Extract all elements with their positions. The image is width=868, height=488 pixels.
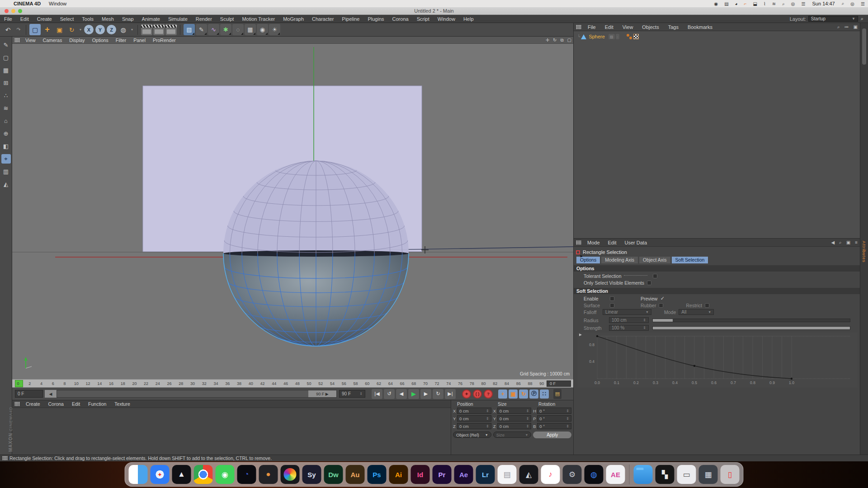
enable-checkbox[interactable] [610,296,614,301]
preview-checkbox[interactable]: ✓ [660,296,665,301]
am-back-icon[interactable]: ◀ [829,240,837,245]
app-menu-pipeline[interactable]: Pipeline [338,16,363,22]
surface-checkbox[interactable] [610,303,614,308]
toggle-views-icon[interactable]: ▢ [566,38,573,43]
polygons-mode-button[interactable]: ⌂ [1,116,11,126]
app-menu-plugins[interactable]: Plugins [363,16,388,22]
notes-icon[interactable]: ▤ [724,1,728,6]
coordinate-space-dropdown[interactable]: Object (Rel)▼ [453,432,491,438]
camera-button[interactable]: ◉ [257,24,268,35]
spotlight-icon[interactable]: ⌕ [842,1,844,6]
coordinate-system-flyout[interactable]: ▾ [130,24,134,35]
pen-spline-button[interactable]: ✎ [196,24,207,35]
dock-document-app[interactable]: ▤ [498,465,517,484]
object-enable-toggle[interactable]: ▨ [609,34,615,39]
om-lock-icon[interactable]: ▣ [851,24,860,30]
control-center-icon[interactable]: ☰ [802,1,806,6]
prev-frame-button[interactable]: ◀ [396,389,407,399]
coord-field-size-y[interactable]: 0 cm⇕ [497,415,532,422]
am-menu-user-data[interactable]: User Data [621,240,651,245]
render-settings-button[interactable] [165,24,177,35]
app-menu-mesh[interactable]: Mesh [98,16,118,22]
om-filter-icon[interactable]: ≔ [842,24,851,30]
dock-spreadsheet-app[interactable]: ▦ [699,465,718,484]
screen-record-icon[interactable]: ◉ [714,1,718,6]
am-lock-icon[interactable]: ▣ [844,240,853,245]
om-menu-tags[interactable]: Tags [664,24,683,30]
radius-slider[interactable] [652,319,850,322]
make-editable-button[interactable]: ✎ [1,40,11,50]
strength-field[interactable]: 100 %⇕ [609,325,649,331]
dock-safari[interactable]: ✦ [151,465,170,484]
dock-downloads-folder[interactable] [634,465,653,484]
airplay-icon[interactable]: ⬓ [753,1,757,6]
object-manager[interactable]: FileEditViewObjectsTagsBookmarks ⌕≔▣ └ S… [573,23,860,238]
goto-end-button[interactable]: ▶| [445,389,456,399]
viewport-menu-cameras[interactable]: Cameras [39,38,66,43]
orbit-view-icon[interactable]: ↻ [551,38,558,43]
material-menu-function[interactable]: Function [84,401,110,407]
viewport-menu-view[interactable]: View [22,38,39,43]
light-button[interactable]: ☀ [269,24,280,35]
render-view-button[interactable] [141,24,152,35]
stepper-icon[interactable]: ⇕ [359,392,363,396]
app-menu-animate[interactable]: Animate [138,16,164,22]
menubar-clock[interactable]: Sun 14:47 [812,1,835,6]
coord-field-rotation-h[interactable]: 0 °⇕ [537,408,571,414]
dock-indesign[interactable]: Id [411,465,430,484]
app-menu-file[interactable]: File [0,16,16,22]
scrollbar-thumb[interactable] [862,28,866,65]
rotate-tool-button[interactable]: ↻ [66,24,77,35]
app-menu-select[interactable]: Select [56,16,78,22]
clipping-icon[interactable]: ⌐ [744,1,747,6]
phong-tag-icon[interactable] [633,34,639,39]
timeline-window-icon[interactable]: ▤ [553,389,561,399]
am-history-icon[interactable]: ≡ [853,240,860,245]
tab-modeling-axis[interactable]: Modeling Axis [601,257,638,263]
app-menu-render[interactable]: Render [192,16,216,22]
snap-toggle-button[interactable]: ⌖ [1,154,11,164]
app-menu-window[interactable]: Window [434,16,459,22]
only-visible-checkbox[interactable] [647,281,651,285]
tab-object-axis[interactable]: Object Axis [639,257,670,263]
app-menu-create[interactable]: Create [33,16,56,22]
material-manager[interactable]: CreateCoronaEditFunctionTexture MAXON CI… [12,400,451,455]
dock-color-wheel-app[interactable] [281,465,300,484]
workplane-snap-button[interactable]: ▥ [1,167,11,176]
attributes-vertical-tab[interactable]: Attributes [862,241,866,263]
app-menu-corona[interactable]: Corona [388,16,413,22]
coord-field-size-z[interactable]: 0 cm⇕ [497,423,532,429]
material-menu-create[interactable]: Create [22,401,44,407]
object-state-dots-icon[interactable] [627,34,632,39]
falloff-curve-graph[interactable]: 0.80.40.00.10.20.30.40.50.60.70.80.91.0 [577,333,858,389]
soft-selection-section-header[interactable]: Soft Selection [574,288,860,294]
am-menu-mode[interactable]: Mode [583,240,604,245]
wifi-icon[interactable]: ≋ [772,1,776,6]
dock-music[interactable]: ♪ [541,465,560,484]
size-mode-dropdown[interactable]: Size▼ [493,432,532,438]
dock-cat-app[interactable]: ● [259,465,278,484]
range-start-handle[interactable]: ◀ [45,390,57,398]
app-menu-character[interactable]: Character [308,16,338,22]
dock-lightroom[interactable]: Lr [476,465,495,484]
edges-mode-button[interactable]: ≋ [1,103,11,113]
material-menu-edit[interactable]: Edit [68,401,84,407]
x-axis-lock-button[interactable]: X [84,25,94,34]
layout-select[interactable]: Startup ▼ [808,16,858,22]
dock-utility-app[interactable]: ▭ [677,465,696,484]
timeline-ruler[interactable]: 0 F 024681012141618202224262830323436384… [12,379,573,388]
play-button[interactable]: ▶ [408,389,419,399]
app-menu-sculpt[interactable]: Sculpt [216,16,238,22]
scale-tool-button[interactable]: ▣ [54,24,65,35]
pan-view-icon[interactable]: ✛ [544,38,551,43]
dock-dark-app[interactable]: ◭ [519,465,538,484]
app-menu-edit[interactable]: Edit [16,16,33,22]
app-menu-mograph[interactable]: MoGraph [279,16,308,22]
record-keyframe-button[interactable]: ✦ [462,389,471,399]
frame-range-slider[interactable]: 90 F ▶ [57,390,337,398]
coord-field-position-x[interactable]: 0 cm⇕ [457,408,491,414]
tolerant-selection-checkbox[interactable] [653,274,657,278]
coord-field-rotation-b[interactable]: 0 °⇕ [537,423,571,429]
coord-field-rotation-p[interactable]: 0 °⇕ [537,415,571,422]
goto-next-key-button[interactable]: ↻ [433,389,443,399]
